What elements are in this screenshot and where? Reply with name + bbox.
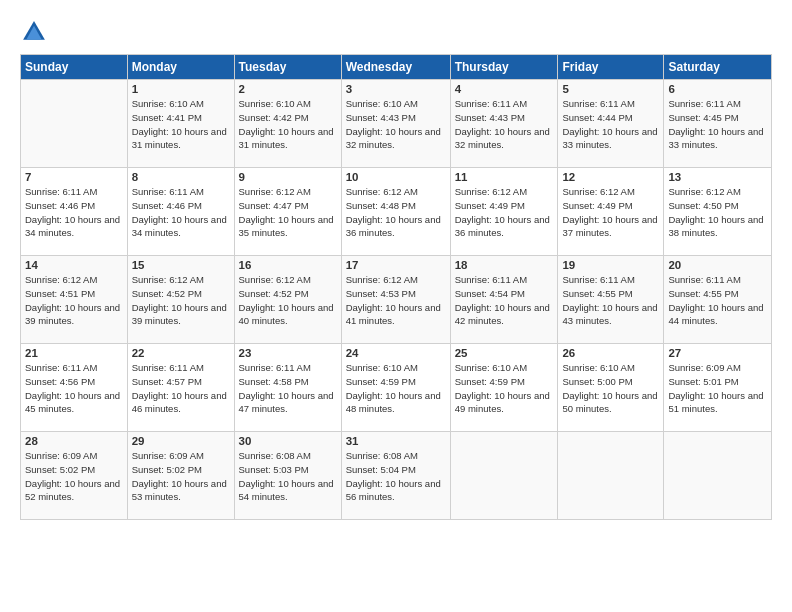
day-number: 17 [346, 259, 446, 271]
day-number: 4 [455, 83, 554, 95]
table-row: 2Sunrise: 6:10 AM Sunset: 4:42 PM Daylig… [234, 80, 341, 168]
day-number: 29 [132, 435, 230, 447]
day-info: Sunrise: 6:10 AM Sunset: 4:43 PM Dayligh… [346, 97, 446, 152]
table-row: 9Sunrise: 6:12 AM Sunset: 4:47 PM Daylig… [234, 168, 341, 256]
day-number: 26 [562, 347, 659, 359]
table-row: 30Sunrise: 6:08 AM Sunset: 5:03 PM Dayli… [234, 432, 341, 520]
day-number: 30 [239, 435, 337, 447]
day-number: 8 [132, 171, 230, 183]
week-row-1: 7Sunrise: 6:11 AM Sunset: 4:46 PM Daylig… [21, 168, 772, 256]
table-row: 17Sunrise: 6:12 AM Sunset: 4:53 PM Dayli… [341, 256, 450, 344]
day-info: Sunrise: 6:11 AM Sunset: 4:55 PM Dayligh… [668, 273, 767, 328]
day-number: 10 [346, 171, 446, 183]
day-number: 14 [25, 259, 123, 271]
day-number: 16 [239, 259, 337, 271]
day-info: Sunrise: 6:10 AM Sunset: 4:59 PM Dayligh… [346, 361, 446, 416]
day-info: Sunrise: 6:12 AM Sunset: 4:49 PM Dayligh… [562, 185, 659, 240]
day-info: Sunrise: 6:12 AM Sunset: 4:53 PM Dayligh… [346, 273, 446, 328]
day-number: 5 [562, 83, 659, 95]
day-number: 28 [25, 435, 123, 447]
table-row: 15Sunrise: 6:12 AM Sunset: 4:52 PM Dayli… [127, 256, 234, 344]
table-row: 8Sunrise: 6:11 AM Sunset: 4:46 PM Daylig… [127, 168, 234, 256]
day-number: 21 [25, 347, 123, 359]
day-number: 20 [668, 259, 767, 271]
day-info: Sunrise: 6:09 AM Sunset: 5:01 PM Dayligh… [668, 361, 767, 416]
table-row: 19Sunrise: 6:11 AM Sunset: 4:55 PM Dayli… [558, 256, 664, 344]
col-tuesday: Tuesday [234, 55, 341, 80]
day-info: Sunrise: 6:12 AM Sunset: 4:47 PM Dayligh… [239, 185, 337, 240]
table-row: 11Sunrise: 6:12 AM Sunset: 4:49 PM Dayli… [450, 168, 558, 256]
day-number: 13 [668, 171, 767, 183]
day-number: 15 [132, 259, 230, 271]
table-row: 27Sunrise: 6:09 AM Sunset: 5:01 PM Dayli… [664, 344, 772, 432]
day-number: 24 [346, 347, 446, 359]
table-row [450, 432, 558, 520]
table-row: 22Sunrise: 6:11 AM Sunset: 4:57 PM Dayli… [127, 344, 234, 432]
day-number: 11 [455, 171, 554, 183]
day-info: Sunrise: 6:08 AM Sunset: 5:03 PM Dayligh… [239, 449, 337, 504]
table-row: 10Sunrise: 6:12 AM Sunset: 4:48 PM Dayli… [341, 168, 450, 256]
day-info: Sunrise: 6:11 AM Sunset: 4:44 PM Dayligh… [562, 97, 659, 152]
col-friday: Friday [558, 55, 664, 80]
day-info: Sunrise: 6:09 AM Sunset: 5:02 PM Dayligh… [132, 449, 230, 504]
day-number: 27 [668, 347, 767, 359]
week-row-4: 28Sunrise: 6:09 AM Sunset: 5:02 PM Dayli… [21, 432, 772, 520]
day-info: Sunrise: 6:10 AM Sunset: 4:59 PM Dayligh… [455, 361, 554, 416]
day-info: Sunrise: 6:10 AM Sunset: 4:42 PM Dayligh… [239, 97, 337, 152]
day-info: Sunrise: 6:09 AM Sunset: 5:02 PM Dayligh… [25, 449, 123, 504]
table-row: 23Sunrise: 6:11 AM Sunset: 4:58 PM Dayli… [234, 344, 341, 432]
day-number: 23 [239, 347, 337, 359]
table-row: 29Sunrise: 6:09 AM Sunset: 5:02 PM Dayli… [127, 432, 234, 520]
table-row: 12Sunrise: 6:12 AM Sunset: 4:49 PM Dayli… [558, 168, 664, 256]
table-row: 28Sunrise: 6:09 AM Sunset: 5:02 PM Dayli… [21, 432, 128, 520]
calendar-table: Sunday Monday Tuesday Wednesday Thursday… [20, 54, 772, 520]
week-row-0: 1Sunrise: 6:10 AM Sunset: 4:41 PM Daylig… [21, 80, 772, 168]
table-row [664, 432, 772, 520]
day-info: Sunrise: 6:11 AM Sunset: 4:45 PM Dayligh… [668, 97, 767, 152]
col-monday: Monday [127, 55, 234, 80]
table-row: 1Sunrise: 6:10 AM Sunset: 4:41 PM Daylig… [127, 80, 234, 168]
day-number: 7 [25, 171, 123, 183]
day-info: Sunrise: 6:12 AM Sunset: 4:52 PM Dayligh… [239, 273, 337, 328]
table-row: 20Sunrise: 6:11 AM Sunset: 4:55 PM Dayli… [664, 256, 772, 344]
day-info: Sunrise: 6:12 AM Sunset: 4:52 PM Dayligh… [132, 273, 230, 328]
day-info: Sunrise: 6:11 AM Sunset: 4:55 PM Dayligh… [562, 273, 659, 328]
day-number: 12 [562, 171, 659, 183]
table-row [558, 432, 664, 520]
page: Sunday Monday Tuesday Wednesday Thursday… [0, 0, 792, 612]
day-number: 9 [239, 171, 337, 183]
day-number: 18 [455, 259, 554, 271]
day-info: Sunrise: 6:12 AM Sunset: 4:51 PM Dayligh… [25, 273, 123, 328]
day-info: Sunrise: 6:11 AM Sunset: 4:43 PM Dayligh… [455, 97, 554, 152]
day-info: Sunrise: 6:11 AM Sunset: 4:54 PM Dayligh… [455, 273, 554, 328]
day-number: 25 [455, 347, 554, 359]
table-row: 5Sunrise: 6:11 AM Sunset: 4:44 PM Daylig… [558, 80, 664, 168]
day-info: Sunrise: 6:10 AM Sunset: 5:00 PM Dayligh… [562, 361, 659, 416]
table-row: 13Sunrise: 6:12 AM Sunset: 4:50 PM Dayli… [664, 168, 772, 256]
header-row: Sunday Monday Tuesday Wednesday Thursday… [21, 55, 772, 80]
col-wednesday: Wednesday [341, 55, 450, 80]
table-row: 26Sunrise: 6:10 AM Sunset: 5:00 PM Dayli… [558, 344, 664, 432]
day-info: Sunrise: 6:11 AM Sunset: 4:46 PM Dayligh… [132, 185, 230, 240]
day-number: 6 [668, 83, 767, 95]
day-info: Sunrise: 6:12 AM Sunset: 4:50 PM Dayligh… [668, 185, 767, 240]
header-area [20, 18, 772, 46]
table-row: 6Sunrise: 6:11 AM Sunset: 4:45 PM Daylig… [664, 80, 772, 168]
table-row: 3Sunrise: 6:10 AM Sunset: 4:43 PM Daylig… [341, 80, 450, 168]
table-row: 31Sunrise: 6:08 AM Sunset: 5:04 PM Dayli… [341, 432, 450, 520]
col-thursday: Thursday [450, 55, 558, 80]
table-row: 24Sunrise: 6:10 AM Sunset: 4:59 PM Dayli… [341, 344, 450, 432]
logo-icon [20, 18, 48, 46]
logo [20, 18, 52, 46]
day-number: 1 [132, 83, 230, 95]
week-row-2: 14Sunrise: 6:12 AM Sunset: 4:51 PM Dayli… [21, 256, 772, 344]
table-row: 4Sunrise: 6:11 AM Sunset: 4:43 PM Daylig… [450, 80, 558, 168]
day-info: Sunrise: 6:11 AM Sunset: 4:46 PM Dayligh… [25, 185, 123, 240]
day-number: 31 [346, 435, 446, 447]
table-row: 14Sunrise: 6:12 AM Sunset: 4:51 PM Dayli… [21, 256, 128, 344]
table-row: 21Sunrise: 6:11 AM Sunset: 4:56 PM Dayli… [21, 344, 128, 432]
day-number: 19 [562, 259, 659, 271]
table-row: 7Sunrise: 6:11 AM Sunset: 4:46 PM Daylig… [21, 168, 128, 256]
table-row [21, 80, 128, 168]
day-number: 3 [346, 83, 446, 95]
